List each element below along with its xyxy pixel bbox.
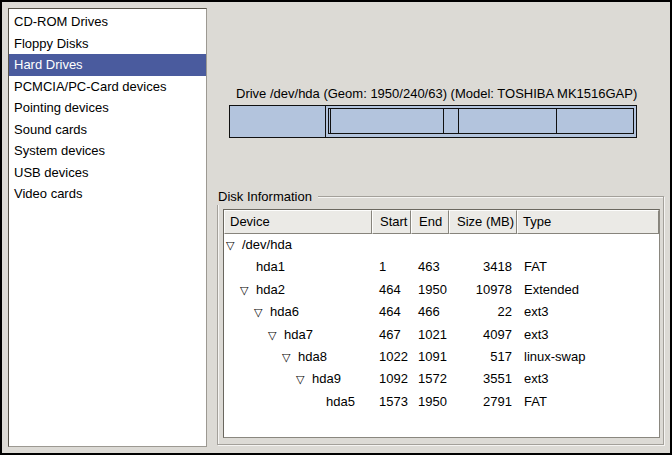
device-name: hda6 [270,301,299,323]
extended-partition-inner [328,108,634,134]
end-cell: 1950 [411,279,449,301]
partition-bar [229,105,637,138]
device-cell: hda5 [224,391,372,413]
partition-segment-hda8 [444,109,459,133]
size-cell: 4097 [449,324,517,346]
type-cell: ext3 [517,324,659,346]
type-cell [517,234,659,256]
sidebar-item-label: Video cards [14,186,82,201]
table-row-hda6[interactable]: ▽hda6 464 466 22 ext3 [224,301,659,323]
disk-table-body: ▽/dev/hda hda1 1 463 3418 FAT ▽hda2 464 … [224,234,659,413]
size-cell: 517 [449,346,517,368]
sidebar-item-system-devices[interactable]: System devices [9,140,206,162]
device-cell: ▽hda7 [224,324,372,346]
sidebar-item-label: PCMCIA/PC-Card devices [14,79,166,94]
expander-open-icon[interactable]: ▽ [268,324,284,346]
device-cell: hda1 [224,256,372,278]
start-cell: 1573 [372,391,411,413]
sidebar-item-label: CD-ROM Drives [14,14,108,29]
type-cell: FAT [517,256,659,278]
sidebar-item-label: Hard Drives [14,57,83,72]
end-cell: 1021 [411,324,449,346]
size-cell [449,234,517,256]
start-cell: 464 [372,301,411,323]
expander-open-icon[interactable]: ▽ [226,234,242,256]
sidebar-item-cd-rom-drives[interactable]: CD-ROM Drives [9,11,206,33]
size-cell: 22 [449,301,517,323]
hardware-browser-window: { "window": { "selection_color": "#4a5b9… [0,0,672,455]
sidebar-item-video-cards[interactable]: Video cards [9,183,206,205]
end-cell: 466 [411,301,449,323]
partition-segment-hda1 [230,106,326,137]
device-name: hda1 [256,256,285,278]
sidebar-item-sound-cards[interactable]: Sound cards [9,119,206,141]
column-header-start[interactable]: Start [372,210,411,234]
expander-open-icon[interactable]: ▽ [254,301,270,323]
device-category-list[interactable]: CD-ROM DrivesFloppy DisksHard DrivesPCMC… [8,8,207,447]
disk-table-header: Device Start End Size (MB) Type [224,210,659,234]
sidebar-item-pointing-devices[interactable]: Pointing devices [9,97,206,119]
disk-information-frame: Disk Information Device Start End Size (… [217,196,664,445]
end-cell [411,234,449,256]
partition-segment-hda9 [459,109,557,133]
column-header-type[interactable]: Type [517,210,659,234]
device-cell: ▽hda2 [224,279,372,301]
end-cell: 463 [411,256,449,278]
sidebar-item-label: USB devices [14,165,88,180]
type-cell: FAT [517,391,659,413]
table-row-hda1[interactable]: hda1 1 463 3418 FAT [224,256,659,278]
start-cell: 1 [372,256,411,278]
partition-segment-hda7 [331,109,444,133]
sidebar-item-label: Pointing devices [14,100,109,115]
end-cell: 1091 [411,346,449,368]
device-name: hda2 [256,279,285,301]
table-row-hda9[interactable]: ▽hda9 1092 1572 3551 ext3 [224,368,659,390]
size-cell: 10978 [449,279,517,301]
size-cell: 3418 [449,256,517,278]
sidebar-item-usb-devices[interactable]: USB devices [9,162,206,184]
sidebar-item-label: Floppy Disks [14,36,88,51]
partition-segment-hda5 [557,109,633,133]
end-cell: 1572 [411,368,449,390]
expander-open-icon[interactable]: ▽ [240,279,256,301]
start-cell: 467 [372,324,411,346]
device-cell: ▽hda6 [224,301,372,323]
column-header-end[interactable]: End [411,210,449,234]
end-cell: 1950 [411,391,449,413]
start-cell: 1092 [372,368,411,390]
type-cell: ext3 [517,368,659,390]
partition-segment-hda2-extended [326,106,636,137]
device-cell: ▽hda8 [224,346,372,368]
disk-information-frame-label: Disk Information [217,189,318,205]
type-cell: linux-swap [517,346,659,368]
table-row-hda2[interactable]: ▽hda2 464 1950 10978 Extended [224,279,659,301]
device-name: hda8 [298,346,327,368]
expander-open-icon[interactable]: ▽ [296,368,312,390]
device-cell: ▽hda9 [224,368,372,390]
size-cell: 2791 [449,391,517,413]
table-row-hda7[interactable]: ▽hda7 467 1021 4097 ext3 [224,324,659,346]
start-cell: 1022 [372,346,411,368]
device-name: hda5 [326,391,355,413]
type-cell: Extended [517,279,659,301]
sidebar-item-label: System devices [14,143,105,158]
sidebar-item-floppy-disks[interactable]: Floppy Disks [9,33,206,55]
device-cell: ▽/dev/hda [224,234,372,256]
table-row-dev-hda[interactable]: ▽/dev/hda [224,234,659,256]
disk-table[interactable]: Device Start End Size (MB) Type ▽/dev/hd… [223,209,660,438]
start-cell: 464 [372,279,411,301]
sidebar-item-hard-drives[interactable]: Hard Drives [9,54,206,76]
sidebar-item-pcmcia-pc-card-devices[interactable]: PCMCIA/PC-Card devices [9,76,206,98]
size-cell: 3551 [449,368,517,390]
device-name: hda7 [284,324,313,346]
column-header-device[interactable]: Device [224,210,372,234]
table-row-hda5[interactable]: hda5 1573 1950 2791 FAT [224,391,659,413]
device-name: hda9 [312,368,341,390]
expander-open-icon[interactable]: ▽ [282,346,298,368]
sidebar-item-label: Sound cards [14,122,87,137]
device-name: /dev/hda [242,234,292,256]
type-cell: ext3 [517,301,659,323]
table-row-hda8[interactable]: ▽hda8 1022 1091 517 linux-swap [224,346,659,368]
start-cell [372,234,411,256]
column-header-size-mb[interactable]: Size (MB) [449,210,517,234]
